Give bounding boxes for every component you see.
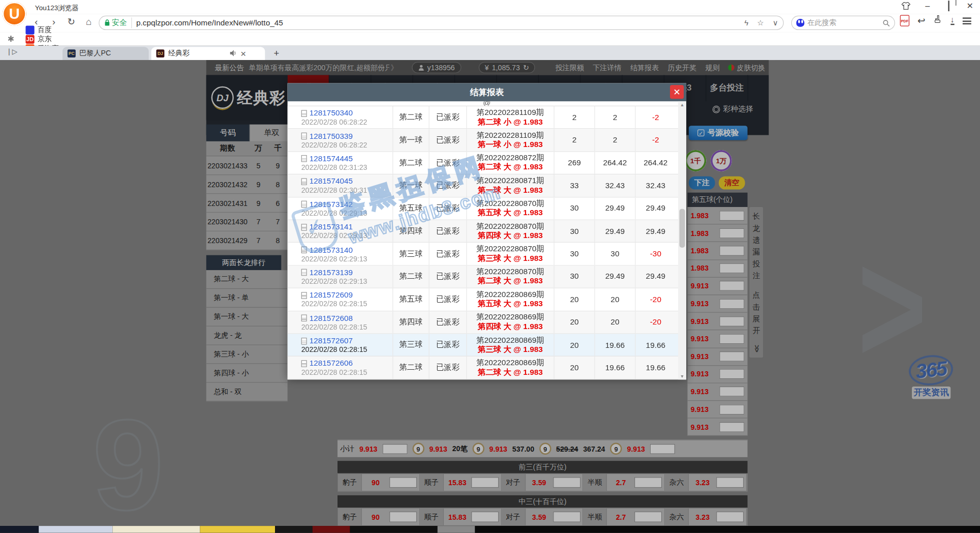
- address-bar[interactable]: 安全 p.cpqlzpor.com/Home/IndexNew#/lotto_4…: [99, 16, 784, 30]
- payout-cell: 30: [594, 243, 635, 265]
- amount-cell: 20: [554, 357, 594, 379]
- order-id-link[interactable]: 1281572608: [310, 314, 353, 322]
- restore-button[interactable]: [944, 1, 954, 10]
- undo-icon[interactable]: ↩: [917, 15, 925, 26]
- document-icon: [301, 292, 307, 299]
- order-id-link[interactable]: 1281573142: [310, 200, 353, 209]
- menu-icon[interactable]: [963, 17, 971, 24]
- settlement-row[interactable]: 1281573141 2022/02/28 02:29:13 第四球 已派彩 第…: [288, 220, 686, 243]
- reload-icon[interactable]: ↻: [65, 16, 78, 27]
- content-cell: 第202202280870期 第五球 大 @ 1.983: [466, 197, 554, 220]
- status-cell: 已派彩: [428, 243, 466, 265]
- amount-cell: 30: [554, 265, 594, 288]
- profit-cell: -2: [635, 129, 676, 152]
- os-taskbar[interactable]: [0, 526, 980, 533]
- bookmark-favicon: [25, 25, 34, 34]
- settlement-row[interactable]: 1281574045 2022/02/28 02:30:31 第一球 已派彩 第…: [288, 174, 686, 197]
- document-icon: [301, 156, 307, 163]
- document-icon: [301, 133, 307, 140]
- scroll-thumb[interactable]: [680, 209, 685, 248]
- skin-shirt-icon[interactable]: [901, 2, 911, 10]
- pick-and-odds: 第二球 大 @ 1.983: [478, 368, 543, 377]
- dropdown-chevron-icon[interactable]: ∨: [773, 18, 778, 27]
- scroll-up-icon[interactable]: ▲: [680, 103, 685, 107]
- apps-icon[interactable]: ✱: [8, 35, 14, 44]
- settlement-row[interactable]: 1281572607 2022/02/28 02:28:15 第三球 已派彩 第…: [288, 334, 686, 357]
- order-time: 2022/02/28 02:28:15: [301, 369, 393, 376]
- payout-cell: 20: [594, 311, 635, 334]
- amount-cell: 20: [554, 334, 594, 356]
- pick-and-odds: 第二球 大 @ 1.983: [478, 277, 543, 286]
- pdf-icon[interactable]: PDF: [900, 15, 909, 26]
- ball-cell: 第五球: [392, 197, 428, 220]
- order-id-link[interactable]: 1281574445: [310, 155, 353, 163]
- browser-tab[interactable]: DJ 经典彩 ✕: [151, 47, 265, 60]
- ball-cell: 第一球: [392, 129, 428, 152]
- order-id-link[interactable]: 1281573140: [310, 246, 353, 254]
- order-id-link[interactable]: 1281572609: [310, 291, 353, 300]
- order-id-link[interactable]: 1281574045: [310, 177, 353, 186]
- home-icon[interactable]: ⌂: [82, 16, 95, 27]
- tab-label: 巴黎人PC: [79, 49, 111, 58]
- clean-brush-icon[interactable]: [933, 15, 942, 26]
- payout-cell: 32.43: [594, 174, 635, 197]
- status-cell: 已派彩: [428, 357, 466, 379]
- modal-scrollbar[interactable]: ▲ ▼: [678, 101, 686, 379]
- order-id-link[interactable]: 1281750340: [310, 109, 353, 117]
- ball-cell: 第二球: [392, 152, 428, 174]
- order-id-link[interactable]: 1281572606: [310, 359, 353, 368]
- speaker-icon[interactable]: [230, 50, 237, 56]
- profit-cell: 29.49: [635, 220, 676, 243]
- settlement-row[interactable]: 1281573142 2022/02/28 02:29:13 第五球 已派彩 第…: [288, 197, 686, 220]
- ball-cell: 第一球: [392, 174, 428, 197]
- document-icon: [301, 269, 307, 276]
- settlement-row[interactable]: 1281750339 2022/02/28 06:28:22 第一球 已派彩 第…: [288, 129, 686, 152]
- screenshot-stage: U You123浏览器 – ✕ ‹ › ↻ ⌂ 安全 p.cpqlzpor.co…: [0, 0, 980, 533]
- close-button[interactable]: ✕: [965, 1, 975, 10]
- order-id-link[interactable]: 1281573139: [310, 268, 353, 277]
- browser-tab[interactable]: PC 巴黎人PC: [63, 47, 149, 60]
- modal-close-button[interactable]: ✕: [670, 85, 684, 99]
- search-box[interactable]: 在此搜索: [791, 16, 895, 30]
- ball-cell: 第四球: [392, 311, 428, 334]
- settlement-row[interactable]: 1281750340 2022/02/28 06:28:22 第二球 已派彩 第…: [288, 106, 686, 129]
- settlement-row[interactable]: 1281572606 2022/02/28 02:28:15 第二球 已派彩 第…: [288, 357, 686, 379]
- settlement-row[interactable]: 1281573139 2022/02/28 02:29:13 第二球 已派彩 第…: [288, 265, 686, 288]
- bookmark-label: 京东: [38, 35, 52, 44]
- content-cell: 第202202281109期 第二球 小 @ 1.983: [466, 106, 554, 129]
- order-id-link[interactable]: 1281573141: [310, 223, 353, 231]
- minimize-button[interactable]: –: [923, 1, 933, 10]
- order-id-link[interactable]: 1281750339: [310, 132, 353, 140]
- profit-cell: 19.66: [635, 334, 676, 356]
- order-time: 2022/02/28 02:28:15: [301, 323, 393, 331]
- amount-cell: 2: [554, 106, 594, 129]
- bookmark-item[interactable]: JD 京东: [25, 35, 59, 44]
- pick-and-odds: 第二球 大 @ 1.983: [478, 163, 543, 172]
- pick-and-odds: 第五球 大 @ 1.983: [478, 209, 543, 218]
- settlement-row[interactable]: 1281572609 2022/02/28 02:28:15 第五球 已派彩 第…: [288, 288, 686, 311]
- bookmark-item[interactable]: 百度: [25, 25, 59, 34]
- document-icon: [301, 110, 307, 117]
- amount-cell: 269: [554, 152, 594, 174]
- amount-cell: 30: [554, 197, 594, 220]
- pick-and-odds: 第一球 小 @ 1.983: [478, 140, 543, 150]
- order-id-link[interactable]: 1281572607: [310, 337, 353, 345]
- issue-number: 第202202280870期: [476, 245, 544, 254]
- document-icon: [301, 360, 307, 367]
- search-icon[interactable]: [882, 19, 890, 27]
- ball-cell: 第三球: [392, 334, 428, 356]
- scroll-down-icon[interactable]: ▼: [680, 374, 685, 378]
- pick-and-odds: 第三球 大 @ 1.983: [478, 345, 543, 354]
- flash-icon[interactable]: ϟ: [745, 18, 749, 27]
- download-icon[interactable]: ↓: [951, 16, 955, 25]
- settlement-row[interactable]: 1281573140 2022/02/28 02:29:13 第三球 已派彩 第…: [288, 243, 686, 266]
- url-text[interactable]: p.cpqlzpor.com/Home/IndexNew#/lotto_45: [136, 18, 744, 27]
- settlement-row[interactable]: 1281574445 2022/02/28 02:31:23 第二球 已派彩 第…: [288, 152, 686, 175]
- new-tab-button[interactable]: +: [274, 47, 280, 58]
- tab-sidebar-icon[interactable]: ❘▷: [6, 47, 17, 55]
- payout-cell: 264.42: [594, 152, 635, 174]
- payout-cell: 19.66: [594, 334, 635, 356]
- tab-close-icon[interactable]: ✕: [240, 50, 247, 57]
- settlement-row[interactable]: 1281572608 2022/02/28 02:28:15 第四球 已派彩 第…: [288, 311, 686, 334]
- bookmark-star-icon[interactable]: ☆: [757, 18, 764, 27]
